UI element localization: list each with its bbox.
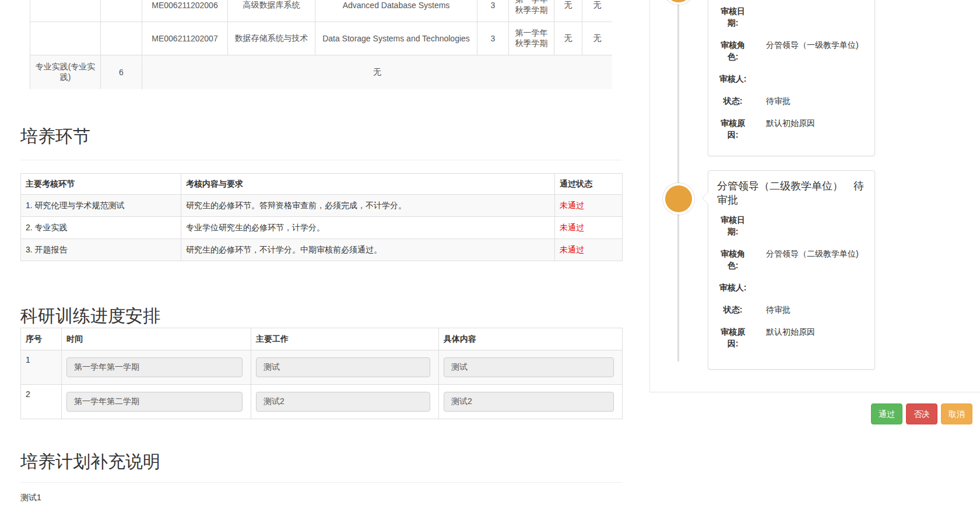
- step-requirement: 专业学位研究生的必修环节，计学分。: [181, 217, 555, 239]
- col-header-step: 主要考核环节: [21, 174, 181, 195]
- reason-label: 审核原因:: [717, 326, 749, 349]
- status-label: 状态:: [717, 304, 749, 315]
- step-requirement: 研究生的必修环节。答辩资格审查前，必须完成，不计学分。: [181, 195, 555, 217]
- divider: [20, 160, 622, 160]
- practice-category: 专业实践(专业实践): [30, 55, 101, 90]
- status-label: 状态:: [717, 95, 749, 107]
- course-flag: 无: [554, 0, 582, 22]
- detail-input: [444, 357, 614, 377]
- step-name: 1. 研究伦理与学术规范测试: [21, 195, 181, 217]
- table-header-row: 主要考核环节 考核内容与要求 通过状态: [21, 174, 623, 195]
- status-value: 待审批: [766, 304, 866, 315]
- review-date-value: [766, 5, 866, 29]
- section-title-training-steps: 培养环节: [20, 126, 90, 147]
- practice-content: 无: [142, 55, 613, 90]
- course-name-cn: 数据存储系统与技术: [228, 22, 315, 55]
- review-timeline-panel: 审核日期: 审核角色: 分管领导（一级教学单位) 审核人: 状态: 待审批 审核…: [649, 0, 980, 392]
- work-input: [256, 392, 430, 412]
- review-role-value: 分管领导（二级教学单位): [766, 248, 866, 271]
- reject-button[interactable]: 否决: [906, 403, 937, 424]
- review-role-label: 审核角色:: [717, 39, 749, 62]
- review-card: 审核日期: 审核角色: 分管领导（一级教学单位) 审核人: 状态: 待审批 审核…: [708, 0, 875, 156]
- course-credits: 3: [477, 22, 509, 55]
- status-value: 待审批: [766, 95, 866, 107]
- section-title-supplement: 培养计划补充说明: [20, 451, 160, 472]
- course-table-container: ME006211202006 高级数据库系统 Advanced Database…: [30, 0, 612, 89]
- detail-input: [444, 392, 614, 412]
- timeline-line: [677, 0, 679, 361]
- course-code: ME006211202007: [142, 22, 228, 55]
- reason-label: 审核原因:: [717, 117, 749, 141]
- time-input: [66, 392, 243, 412]
- col-header-index: 序号: [21, 328, 62, 350]
- course-name-en: Data Storage Systems and Technologies: [315, 22, 477, 55]
- section-title-research-schedule: 科研训练进度安排: [20, 306, 160, 327]
- category-credit-cell: [101, 0, 142, 22]
- course-semester: 第一学年 秋季学期: [509, 0, 554, 22]
- course-flag: 无: [582, 0, 613, 22]
- col-header-requirement: 考核内容与要求: [181, 174, 555, 195]
- col-header-work: 主要工作: [251, 328, 439, 350]
- timeline-node: [663, 0, 694, 5]
- course-table: ME006211202006 高级数据库系统 Advanced Database…: [30, 0, 612, 89]
- card-caret: [702, 192, 708, 205]
- review-date-label: 审核日期:: [717, 214, 749, 237]
- course-code: ME006211202006: [142, 0, 228, 22]
- table-header-row: 序号 时间 主要工作 具体内容: [21, 328, 623, 350]
- category-credit-cell: [101, 22, 142, 55]
- review-date-value: [766, 214, 866, 237]
- timeline-node: [663, 183, 694, 215]
- action-button-bar: 通过 否决 取消: [871, 403, 972, 424]
- work-input: [256, 357, 430, 377]
- table-row: 3. 开题报告 研究生的必修环节，不计学分。中期审核前必须通过。 未通过: [21, 239, 623, 261]
- reviewer-label: 审核人:: [717, 73, 749, 85]
- row-index: 2: [21, 385, 62, 419]
- step-name: 2. 专业实践: [21, 217, 181, 239]
- col-header-time: 时间: [62, 328, 251, 350]
- status-badge: 未通过: [555, 239, 623, 261]
- course-semester: 第一学年 秋季学期: [509, 22, 554, 55]
- table-row: 2: [21, 385, 623, 419]
- row-index: 1: [21, 350, 62, 385]
- practice-row: 专业实践(专业实践) 6 无: [30, 55, 613, 90]
- course-credits: 3: [477, 0, 509, 22]
- course-row: ME006211202007 数据存储系统与技术 Data Storage Sy…: [30, 22, 613, 55]
- divider: [20, 482, 622, 483]
- course-flag: 无: [554, 22, 582, 55]
- review-card-title: 分管领导（二级教学单位） 待审批: [717, 179, 866, 207]
- time-input: [66, 357, 243, 377]
- course-row: ME006211202006 高级数据库系统 Advanced Database…: [30, 0, 613, 22]
- reviewer-value: [766, 282, 866, 293]
- course-name-cn: 高级数据库系统: [228, 0, 315, 22]
- step-name: 3. 开题报告: [21, 239, 181, 261]
- col-header-status: 通过状态: [555, 174, 623, 195]
- table-row: 2. 专业实践 专业学位研究生的必修环节，计学分。 未通过: [21, 217, 623, 239]
- practice-credits: 6: [101, 55, 142, 90]
- cancel-button[interactable]: 取消: [941, 403, 972, 424]
- supplement-note: 测试1: [20, 493, 41, 503]
- table-row: 1. 研究伦理与学术规范测试 研究生的必修环节。答辩资格审查前，必须完成，不计学…: [21, 195, 623, 217]
- review-date-label: 审核日期:: [717, 5, 749, 29]
- table-row: 1: [21, 350, 623, 385]
- category-cell: [30, 22, 101, 55]
- research-schedule-table: 序号 时间 主要工作 具体内容 1 2: [20, 328, 623, 419]
- training-steps-table: 主要考核环节 考核内容与要求 通过状态 1. 研究伦理与学术规范测试 研究生的必…: [20, 173, 623, 261]
- course-name-en: Advanced Database Systems: [315, 0, 477, 22]
- reason-value: 默认初始原因: [766, 117, 866, 141]
- reason-value: 默认初始原因: [766, 326, 866, 349]
- reviewer-value: [766, 73, 866, 85]
- reviewer-label: 审核人:: [717, 282, 749, 293]
- status-badge: 未通过: [555, 195, 623, 217]
- review-role-value: 分管领导（一级教学单位): [766, 39, 866, 62]
- category-cell: [30, 0, 101, 22]
- review-card: 分管领导（二级教学单位） 待审批 审核日期: 审核角色: 分管领导（二级教学单位…: [708, 170, 875, 370]
- course-flag: 无: [582, 22, 613, 55]
- approve-button[interactable]: 通过: [871, 403, 902, 424]
- review-role-label: 审核角色:: [717, 248, 749, 271]
- col-header-detail: 具体内容: [439, 328, 623, 350]
- step-requirement: 研究生的必修环节，不计学分。中期审核前必须通过。: [181, 239, 555, 261]
- status-badge: 未通过: [555, 217, 623, 239]
